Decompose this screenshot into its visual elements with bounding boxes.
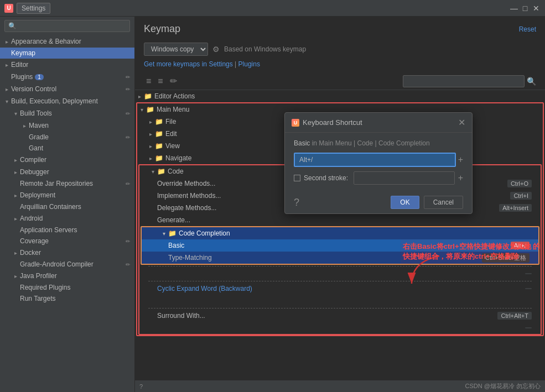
kt-editor-actions[interactable]: ▸ 📁 Editor Actions xyxy=(135,90,545,102)
reset-button[interactable]: Reset xyxy=(519,25,536,33)
sidebar-item-remotejar[interactable]: Remote Jar Repositories ✏ xyxy=(0,178,134,189)
folder-icon: 📁 xyxy=(168,229,177,237)
minimize-button[interactable]: — xyxy=(510,4,518,13)
add-shortcut-button[interactable]: + xyxy=(458,155,463,165)
folder-icon: 📁 xyxy=(146,106,154,113)
second-stroke-input[interactable] xyxy=(354,171,455,185)
sidebar-item-label: Deployment xyxy=(20,191,55,199)
sidebar-item-label: Appearance & Behavior xyxy=(11,38,81,45)
toolbar-btn-2[interactable]: ≡ xyxy=(155,75,165,87)
help-button[interactable]: ? xyxy=(294,197,299,208)
plugins-link-text[interactable]: Plugins xyxy=(238,60,260,68)
sidebar-item-coverage[interactable]: Coverage ✏ xyxy=(0,236,134,247)
kt-surround-with[interactable] xyxy=(139,322,541,334)
kt-type-matching[interactable]: Type-Matching Ctrl+Shift+空格 xyxy=(142,252,538,264)
keymap-tree: ▸ 📁 Editor Actions ▾ 📁 Main Menu ▸ 📁 Fil… xyxy=(135,90,545,380)
keymaps-link-text[interactable]: Get more keymaps in Settings xyxy=(144,60,233,68)
app-logo: U xyxy=(4,4,13,13)
dialog-close-button[interactable]: ✕ xyxy=(458,117,465,128)
sidebar-item-appearance[interactable]: Appearance & Behavior xyxy=(0,35,134,48)
sidebar-item-docker[interactable]: Docker xyxy=(0,247,134,259)
plugins-badge: 1 xyxy=(35,74,44,80)
close-button[interactable]: ✕ xyxy=(532,4,541,13)
kt-generate[interactable]: Generate... xyxy=(139,214,541,226)
kt-shortcut xyxy=(525,273,532,274)
coverage-edit-icon: ✏ xyxy=(126,238,130,244)
arrow-icon xyxy=(2,37,11,46)
folder-icon: 📁 xyxy=(155,142,163,150)
sidebar-item-android[interactable]: Android xyxy=(0,212,134,224)
main-layout: Appearance & Behavior Keymap Editor Plug… xyxy=(0,17,545,392)
sidebar-item-javaprofiler[interactable]: Java Profiler xyxy=(0,270,134,282)
search-area: 🔍 xyxy=(403,75,536,87)
sidebar-item-gradleandroid[interactable]: Gradle-Android Compiler ✏ xyxy=(0,259,134,270)
kt-shortcut: Ctrl+Alt+T xyxy=(497,312,532,320)
sidebar-item-label: Gradle-Android Compiler xyxy=(20,260,94,268)
sidebar-search-input[interactable] xyxy=(4,20,130,32)
sidebar-item-requiredplugins[interactable]: Required Plugins xyxy=(0,282,134,293)
toolbar: ≡ ≡ ✏ 🔍 xyxy=(135,72,545,90)
sidebar-item-label: Maven xyxy=(29,122,49,129)
toolbar-btn-3[interactable]: ✏ xyxy=(168,75,179,87)
arrow-icon xyxy=(11,168,20,176)
keymaps-link[interactable]: Get more keymaps in Settings | Plugins xyxy=(135,58,545,72)
dialog-body: Basic in Main Menu | Code | Code Complet… xyxy=(285,133,472,196)
sidebar-item-arquillian[interactable]: Arquillian Containers xyxy=(0,201,134,212)
separator xyxy=(148,308,532,309)
help-icon[interactable]: ? xyxy=(139,383,143,390)
folder-icon: 📁 xyxy=(155,154,163,162)
kt-shortcut: Alt+Insert xyxy=(499,204,532,212)
keyboard-shortcut-dialog: U Keyboard Shortcut ✕ Basic in Main Menu… xyxy=(284,112,473,214)
arrow-icon xyxy=(11,214,20,223)
sidebar-item-build[interactable]: Build, Execution, Deployment xyxy=(0,95,134,107)
kt-cyclic-expand[interactable]: Cyclic Expand Word (Backward) xyxy=(139,283,541,295)
toolbar-btn-1[interactable]: ≡ xyxy=(144,75,153,87)
sidebar-item-label: Gant xyxy=(29,144,43,152)
sidebar-item-label: Editor xyxy=(11,61,28,69)
shortcut-input[interactable] xyxy=(294,153,456,167)
sidebar-item-label: Keymap xyxy=(11,49,35,57)
cancel-button[interactable]: Cancel xyxy=(424,196,463,209)
sidebar-item-label: Compiler xyxy=(20,156,46,164)
sidebar-item-debugger[interactable]: Debugger xyxy=(0,166,134,178)
remotejar-edit-icon: ✏ xyxy=(126,181,130,187)
kt-basic[interactable]: Basic Alt+/ xyxy=(142,239,538,252)
plugins-edit-icon: ✏ xyxy=(126,74,130,80)
sidebar-item-deployment[interactable]: Deployment xyxy=(0,189,134,201)
sidebar-item-label: Version Control xyxy=(11,85,56,93)
sidebar-item-compiler[interactable]: Compiler xyxy=(0,154,134,166)
second-stroke-checkbox[interactable] xyxy=(294,175,300,181)
sidebar-item-runtargets[interactable]: Run Targets xyxy=(0,293,134,304)
sidebar-item-label: Arquillian Containers xyxy=(20,203,81,211)
dialog-info-row: Basic in Main Menu | Code | Code Complet… xyxy=(294,139,463,147)
keymap-search-input[interactable] xyxy=(403,75,525,87)
kt-complete-current[interactable] xyxy=(139,268,541,280)
kt-insert-live[interactable]: Surround With... Ctrl+Alt+T xyxy=(139,310,541,322)
sidebar-item-keymap[interactable]: Keymap xyxy=(0,48,134,59)
kt-code-completion[interactable]: ▾ 📁 Code Completion xyxy=(142,227,538,239)
window-title: Settings xyxy=(17,3,50,14)
add-second-stroke-button[interactable]: + xyxy=(458,173,463,183)
sidebar-item-maven[interactable]: Maven xyxy=(0,119,134,132)
sidebar-item-label: Remote Jar Repositories xyxy=(20,180,93,187)
kt-cyclic-expand-back[interactable] xyxy=(139,295,541,307)
sidebar-item-gant[interactable]: Gant xyxy=(0,143,134,154)
sidebar-item-label: Debugger xyxy=(20,168,49,176)
maximize-button[interactable]: □ xyxy=(521,4,530,13)
keymap-settings-button[interactable]: ⚙ xyxy=(212,45,220,54)
window-controls: — □ ✕ xyxy=(510,4,541,13)
sidebar-item-gradle[interactable]: Gradle ✏ xyxy=(0,132,134,143)
arrow-icon: ▾ xyxy=(159,231,168,237)
sidebar-item-buildtools[interactable]: Build Tools ✏ xyxy=(0,107,134,119)
arrow-icon: ▸ xyxy=(135,93,144,100)
sidebar-item-versioncontrol[interactable]: Version Control ✏ xyxy=(0,83,134,95)
keymap-select[interactable]: Windows copy xyxy=(144,43,208,56)
sidebar-item-editor[interactable]: Editor xyxy=(0,59,134,71)
separator xyxy=(148,281,532,281)
sidebar-item-plugins[interactable]: Plugins 1 ✏ xyxy=(0,71,134,83)
ok-button[interactable]: OK xyxy=(391,196,419,209)
title-bar-left: U Settings xyxy=(4,3,50,14)
sidebar-item-label: Application Servers xyxy=(20,226,77,234)
sidebar-item-appservers[interactable]: Application Servers xyxy=(0,224,134,236)
title-bar: U Settings — □ ✕ xyxy=(0,0,545,17)
